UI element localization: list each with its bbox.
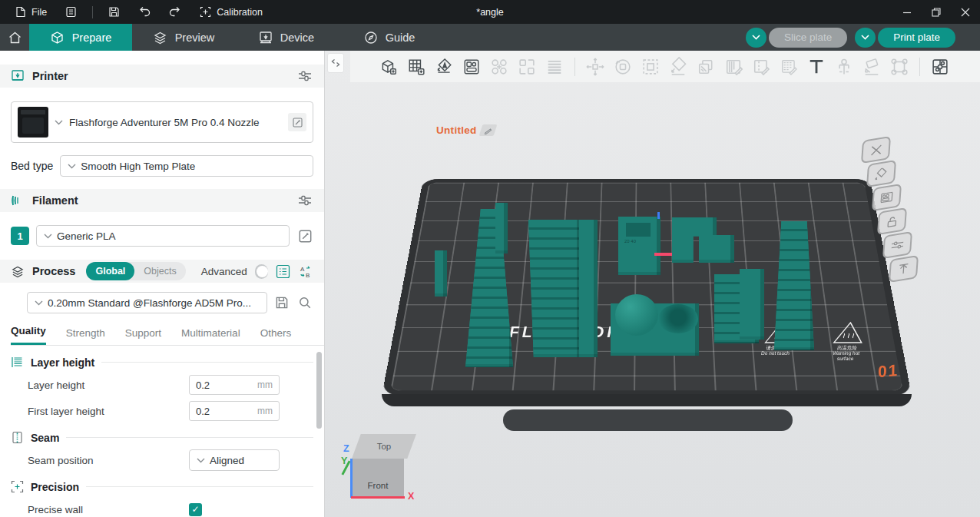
compare-presets-icon[interactable]: A B — [298, 263, 313, 280]
arrange-plate-button[interactable] — [872, 184, 902, 211]
sidebar-collapse-button[interactable] — [327, 53, 344, 73]
navigation-cube: Y Top Front Z X — [340, 431, 432, 504]
arrange-button[interactable] — [461, 56, 482, 78]
navcube-front-face[interactable]: Front — [352, 459, 404, 498]
advanced-toggle[interactable] — [255, 264, 268, 279]
model-bowl[interactable] — [658, 304, 698, 333]
rotate-button[interactable] — [612, 56, 634, 78]
move-plate-up-button[interactable] — [889, 255, 919, 283]
scope-objects-option[interactable]: Objects — [134, 262, 185, 280]
home-button[interactable] — [0, 24, 29, 51]
minimize-button[interactable] — [892, 0, 922, 24]
edit-filament-button[interactable] — [296, 227, 313, 244]
edit-printer-button[interactable] — [288, 113, 306, 131]
printer-settings-icon[interactable] — [296, 68, 313, 85]
close-button[interactable] — [951, 0, 980, 24]
restore-button[interactable] — [922, 0, 951, 24]
chevron-down-icon — [44, 234, 52, 239]
scope-global-option[interactable]: Global — [86, 262, 134, 280]
build-plate-front-edge — [382, 394, 912, 406]
notes-menu-button[interactable] — [58, 0, 84, 24]
search-preset-icon[interactable] — [296, 294, 313, 311]
model-thin-wall[interactable] — [435, 250, 447, 297]
measure-button[interactable] — [833, 56, 855, 78]
model-pillar[interactable] — [495, 203, 508, 254]
lay-on-face-button[interactable] — [667, 56, 689, 78]
auto-orient-button[interactable] — [433, 56, 455, 78]
orient-plate-button[interactable] — [866, 160, 896, 187]
printer-preset-box[interactable]: Flashforge Adventurer 5M Pro 0.4 Nozzle — [11, 101, 313, 143]
variable-layer-height-button[interactable] — [544, 56, 565, 78]
print-plate-button[interactable]: Print plate — [878, 28, 955, 48]
layer-height-input[interactable] — [196, 379, 242, 391]
filament-preset-select[interactable]: Generic PLA — [36, 225, 290, 247]
model-l-block-2[interactable] — [699, 235, 734, 263]
split-to-objects-button[interactable] — [488, 56, 510, 78]
calibration-button[interactable]: Calibration — [192, 0, 270, 24]
plate-settings-button[interactable] — [882, 231, 912, 259]
scale-button[interactable] — [640, 56, 661, 78]
slice-options-dropdown[interactable] — [746, 28, 766, 48]
title-bar: File Calibration — [0, 0, 980, 24]
print-options-dropdown[interactable] — [855, 28, 876, 48]
rename-plate-button[interactable] — [478, 124, 497, 136]
first-layer-height-input[interactable] — [196, 406, 242, 417]
parameter-list-icon[interactable] — [276, 263, 290, 280]
lock-plate-button[interactable] — [877, 207, 907, 235]
model-block-window[interactable]: 20 40 — [618, 217, 661, 275]
process-preset-value: 0.20mm Standard @Flashforge AD5M Pro... — [48, 297, 251, 309]
split-to-parts-button[interactable] — [516, 56, 538, 78]
model-dome[interactable] — [615, 294, 658, 336]
axis-z-line — [350, 459, 353, 498]
tab-preview[interactable]: Preview — [132, 24, 235, 51]
file-menu[interactable]: File — [8, 0, 55, 24]
add-plate-button[interactable] — [406, 56, 427, 78]
save-button[interactable] — [101, 0, 127, 24]
slice-plate-button[interactable]: Slice plate — [769, 28, 847, 48]
process-scope-toggle: Global Objects — [86, 262, 185, 280]
tab-support[interactable]: Support — [125, 327, 161, 345]
height-range-modifier-button[interactable] — [723, 56, 744, 78]
model-staircase-column[interactable] — [579, 220, 598, 357]
tab-quality[interactable]: Quality — [11, 325, 46, 345]
add-object-button[interactable] — [378, 56, 399, 78]
tab-device[interactable]: Device — [235, 24, 338, 51]
fuzzy-skin-painting-button[interactable] — [778, 56, 800, 78]
text-tool-button[interactable] — [806, 56, 827, 78]
assembly-view-button[interactable] — [929, 56, 951, 78]
clone-button[interactable] — [695, 56, 717, 78]
tab-multimaterial[interactable]: Multimaterial — [181, 327, 240, 345]
cut-button[interactable] — [861, 56, 882, 78]
tab-guide[interactable]: Guide — [338, 24, 441, 51]
seam-painting-button[interactable] — [750, 56, 772, 78]
redo-button[interactable] — [161, 0, 189, 24]
tab-strength[interactable]: Strength — [66, 327, 105, 345]
model-staircase-steps[interactable] — [528, 220, 581, 357]
layer-height-field: mm — [189, 375, 280, 395]
chevron-down-icon — [68, 164, 76, 169]
filament-settings-icon[interactable] — [296, 192, 313, 209]
sidebar-scrollbar[interactable] — [316, 352, 322, 513]
tab-prepare-label: Prepare — [72, 31, 112, 44]
bed-type-select[interactable]: Smooth High Temp Plate — [60, 155, 313, 177]
navcube-top-face[interactable]: Top — [352, 434, 416, 459]
3d-viewport[interactable]: Untitled FLASHFORGE 请勿触摸 Do not touch 高温… — [325, 51, 980, 517]
save-preset-icon[interactable] — [273, 294, 290, 311]
first-layer-height-unit: mm — [257, 406, 273, 416]
undo-button[interactable] — [131, 0, 158, 24]
mesh-boolean-button[interactable] — [889, 56, 910, 78]
device-icon — [259, 31, 273, 45]
process-preset-select[interactable]: 0.20mm Standard @Flashforge AD5M Pro... — [27, 292, 267, 313]
axis-x-label: X — [408, 491, 414, 502]
model-bridge-column[interactable] — [740, 269, 764, 340]
tab-others[interactable]: Others — [260, 327, 292, 345]
delete-plate-button[interactable] — [861, 136, 891, 164]
tab-prepare[interactable]: Prepare — [29, 24, 132, 51]
seam-position-select[interactable]: Aligned — [189, 449, 280, 471]
move-button[interactable] — [584, 56, 606, 78]
precise-wall-checkbox[interactable] — [189, 503, 202, 516]
filament-slot-badge[interactable]: 1 — [11, 227, 29, 245]
advanced-label: Advanced — [201, 266, 247, 277]
build-plate[interactable] — [382, 179, 912, 396]
model-engraving: 20 40 — [624, 239, 636, 244]
